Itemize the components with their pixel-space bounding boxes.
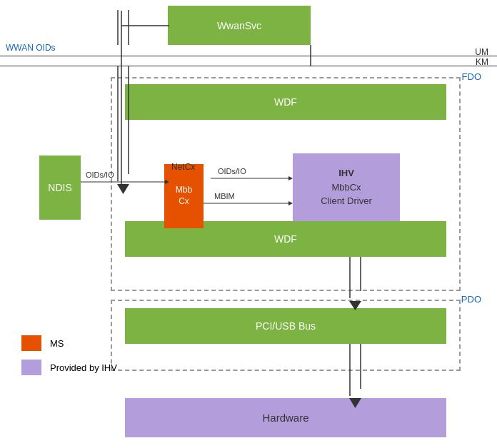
pci-label: PCI/USB Bus	[256, 320, 316, 332]
legend-ihv: Provided by IHV	[21, 360, 117, 375]
um-line	[0, 56, 497, 56]
wdf-top-label: WDF	[274, 96, 297, 108]
ihv-legend-label: Provided by IHV	[50, 362, 117, 373]
ms-color-box	[21, 335, 41, 351]
ihv-color-box	[21, 360, 41, 375]
pci-box: PCI/USB Bus	[125, 308, 446, 344]
wwansvc-box: WwanSvc	[168, 6, 311, 45]
hardware-box: Hardware	[125, 398, 446, 437]
pdo-label: PDO	[461, 294, 481, 305]
km-line	[0, 66, 497, 66]
fdo-label: FDO	[462, 71, 481, 82]
wwan-oids-label: WWAN OIDs	[6, 43, 56, 53]
wdf-bottom-label: WDF	[274, 233, 297, 245]
wdf-top-box: WDF	[125, 84, 446, 120]
ihv-box: IHV MbbCx Client Driver	[293, 153, 400, 221]
ndis-label: NDIS	[48, 182, 71, 193]
mbbcx-box: MbbCx	[164, 164, 204, 228]
mbbcx-label: MbbCx	[176, 185, 192, 207]
km-label: KM	[476, 57, 488, 67]
wwansvc-label: WwanSvc	[217, 20, 261, 31]
diagram: UM KM WWAN OIDs WwanSvc FDO WDF WDF NDIS…	[0, 0, 497, 448]
legend: MS Provided by IHV	[21, 335, 117, 384]
ihv-title: IHV	[321, 166, 372, 180]
ihv-line2: MbbCx	[321, 180, 372, 195]
hardware-label: Hardware	[262, 412, 308, 424]
ihv-line3: Client Driver	[321, 194, 372, 208]
um-label: UM	[475, 47, 488, 57]
legend-ms: MS	[21, 335, 117, 351]
ms-legend-label: MS	[50, 338, 64, 349]
ndis-box: NDIS	[39, 156, 81, 220]
